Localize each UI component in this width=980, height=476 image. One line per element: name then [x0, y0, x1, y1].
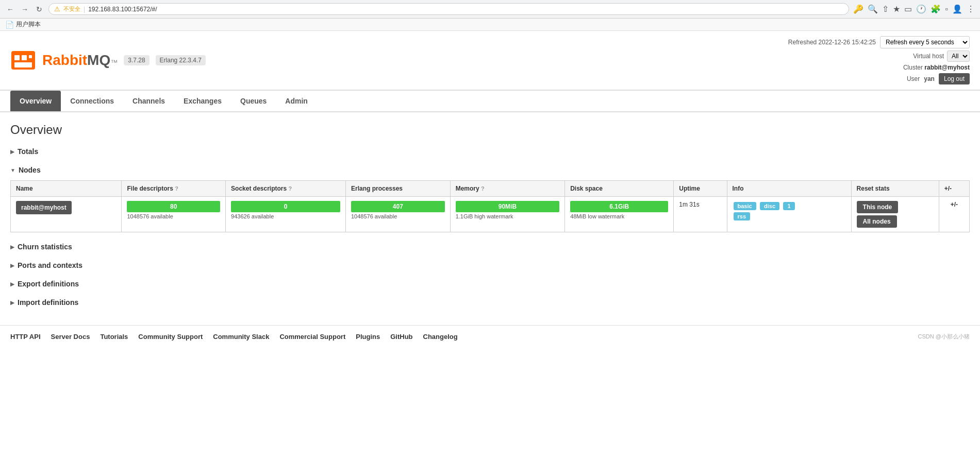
file-descriptors-sub: 1048576 available: [127, 213, 220, 219]
col-info: Info: [727, 181, 851, 197]
disk-space-sub: 48MiB low watermark: [570, 213, 668, 219]
col-file-descriptors: File descriptors ?: [122, 181, 226, 197]
footer-github[interactable]: GitHub: [390, 333, 412, 341]
reload-button[interactable]: ↻: [34, 4, 44, 14]
menu-icon[interactable]: ⋮: [967, 4, 975, 14]
nodes-table: Name File descriptors ? Socket descripto…: [10, 180, 970, 232]
star-icon[interactable]: ★: [893, 4, 900, 14]
this-node-button[interactable]: This node: [857, 201, 899, 213]
import-section-header[interactable]: ▶ Import definitions: [10, 296, 970, 309]
import-arrow: ▶: [10, 300, 14, 305]
vhost-label: Virtual host: [913, 53, 944, 60]
url-text: 192.168.83.100:15672/#/: [88, 6, 157, 13]
col-socket-descriptors: Socket descriptors ?: [226, 181, 346, 197]
logo-text: RabbitMQ™: [42, 52, 118, 69]
info-badge-disc[interactable]: disc: [760, 202, 779, 210]
export-arrow: ▶: [10, 281, 14, 287]
col-name: Name: [11, 181, 122, 197]
back-button[interactable]: ←: [5, 4, 15, 14]
app-header: RabbitMQ™ 3.7.28 Erlang 22.3.4.7 Refresh…: [0, 31, 980, 91]
totals-arrow: ▶: [10, 149, 14, 155]
cluster-value: rabbit@myhost: [924, 64, 970, 71]
footer-tutorials[interactable]: Tutorials: [100, 333, 128, 341]
socket-descriptors-help[interactable]: ?: [288, 185, 292, 192]
erlang-processes-sub: 1048576 available: [351, 213, 445, 219]
disk-space-bar: 6.1GiB: [570, 201, 668, 212]
ports-section-header[interactable]: ▶ Ports and contexts: [10, 259, 970, 271]
socket-descriptors-cell: 0 943626 available: [226, 197, 346, 232]
section-totals: ▶ Totals: [10, 145, 970, 158]
svg-rect-1: [14, 55, 20, 60]
node-name[interactable]: rabbit@myhost: [16, 201, 72, 214]
profile-icon[interactable]: 👤: [952, 4, 962, 14]
page-content: Overview ▶ Totals ▼ Nodes Name File desc…: [0, 112, 980, 325]
nav-exchanges[interactable]: Exchanges: [174, 91, 231, 111]
script-icon: 📄: [5, 21, 14, 29]
nav-bar: Overview Connections Channels Exchanges …: [0, 91, 980, 112]
totals-label: Totals: [18, 147, 38, 156]
info-badge-basic[interactable]: basic: [734, 202, 756, 210]
file-descriptors-bar: 80: [127, 201, 220, 212]
address-bar[interactable]: ⚠ 不安全 | 192.168.83.100:15672/#/: [48, 3, 849, 15]
nav-channels[interactable]: Channels: [123, 91, 174, 111]
memory-cell: 90MiB 1.1GiB high watermark: [450, 197, 564, 232]
section-nodes: ▼ Nodes Name File descriptors ? Socket d…: [10, 164, 970, 232]
memory-help[interactable]: ?: [481, 185, 485, 192]
footer-community-slack[interactable]: Community Slack: [213, 333, 269, 341]
refresh-row: Refreshed 2022-12-26 15:42:25 Refresh ev…: [788, 36, 970, 48]
export-label: Export definitions: [18, 280, 79, 288]
info-badge-1[interactable]: 1: [783, 202, 794, 210]
vhost-row: Virtual host All: [913, 50, 970, 62]
nodes-header-row: Name File descriptors ? Socket descripto…: [11, 181, 970, 197]
refresh-select[interactable]: Refresh every 5 seconds Refresh every 10…: [880, 36, 970, 48]
vhost-select[interactable]: All: [947, 50, 970, 62]
zoom-icon[interactable]: 🔍: [868, 4, 878, 14]
churn-arrow: ▶: [10, 244, 14, 250]
socket-descriptors-sub: 943626 available: [231, 213, 340, 219]
file-descriptors-help[interactable]: ?: [175, 185, 178, 192]
logout-button[interactable]: Log out: [939, 73, 970, 84]
user-value: yan: [924, 75, 935, 82]
user-row: User yan Log out: [907, 73, 970, 84]
puzzle-icon[interactable]: 🧩: [931, 4, 941, 14]
col-memory: Memory ?: [450, 181, 564, 197]
forward-button[interactable]: →: [20, 4, 30, 14]
security-warning-icon: ⚠: [54, 5, 60, 13]
cluster-label: Cluster: [903, 64, 923, 71]
nodes-section-header[interactable]: ▼ Nodes: [10, 164, 970, 176]
footer-changelog[interactable]: Changelog: [423, 333, 458, 341]
footer-credit: CSDN @小那么小猪: [918, 333, 970, 341]
section-import: ▶ Import definitions: [10, 296, 970, 309]
footer-http-api[interactable]: HTTP API: [10, 333, 41, 341]
nav-queues[interactable]: Queues: [231, 91, 276, 111]
window-icon[interactable]: ▫: [945, 5, 948, 14]
memory-bar: 90MiB: [456, 201, 559, 212]
node-name-cell: rabbit@myhost: [11, 197, 122, 232]
share-icon[interactable]: ⇧: [882, 4, 889, 14]
logo-area: RabbitMQ™ 3.7.28 Erlang 22.3.4.7: [10, 50, 206, 71]
clock-icon[interactable]: 🕐: [916, 4, 926, 14]
tablet-icon[interactable]: ▭: [904, 4, 912, 14]
footer-plugins[interactable]: Plugins: [356, 333, 380, 341]
user-script-label: 用户脚本: [16, 20, 41, 29]
browser-toolbar-icons: 🔑 🔍 ⇧ ★ ▭ 🕐 🧩 ▫ 👤 ⋮: [853, 4, 975, 14]
col-plusminus: +/-: [939, 181, 969, 197]
nodes-content: Name File descriptors ? Socket descripto…: [10, 180, 970, 232]
footer-community-support[interactable]: Community Support: [138, 333, 203, 341]
totals-section-header[interactable]: ▶ Totals: [10, 145, 970, 158]
export-section-header[interactable]: ▶ Export definitions: [10, 278, 970, 290]
nav-admin[interactable]: Admin: [276, 91, 317, 111]
footer-commercial-support[interactable]: Commercial Support: [279, 333, 345, 341]
version-badge: 3.7.28: [124, 55, 149, 65]
user-label: User: [907, 75, 920, 82]
all-nodes-button[interactable]: All nodes: [857, 215, 897, 228]
svg-rect-3: [14, 62, 32, 67]
nav-overview[interactable]: Overview: [10, 91, 61, 111]
nav-connections[interactable]: Connections: [61, 91, 123, 111]
svg-rect-4: [29, 55, 32, 58]
col-reset-stats: Reset stats: [851, 181, 939, 197]
churn-section-header[interactable]: ▶ Churn statistics: [10, 241, 970, 253]
cluster-row: Cluster rabbit@myhost: [903, 64, 970, 71]
info-badge-rss[interactable]: rss: [734, 212, 751, 220]
footer-server-docs[interactable]: Server Docs: [51, 333, 90, 341]
